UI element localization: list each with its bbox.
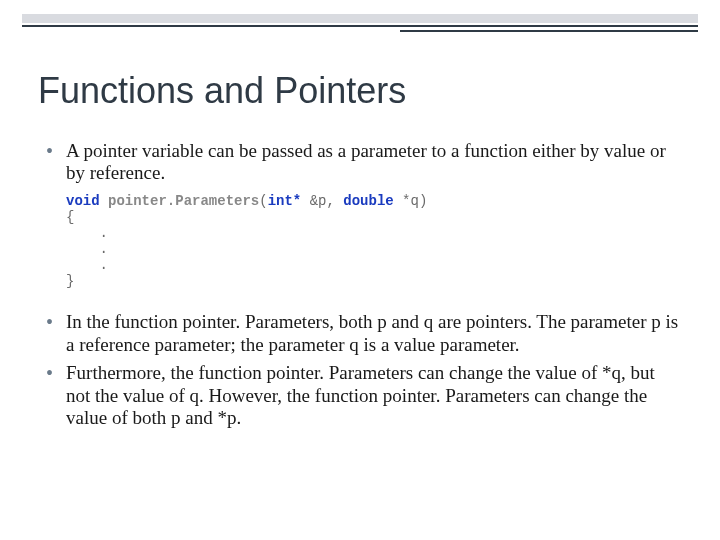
code-text: { (66, 209, 74, 225)
code-text: } (66, 273, 74, 289)
code-text: ( (259, 193, 267, 209)
code-text: . (100, 257, 108, 273)
bullet-item: A pointer variable can be passed as a pa… (38, 140, 680, 185)
code-snippet: void pointer.Parameters(int* &p, double … (66, 193, 680, 290)
slide-title: Functions and Pointers (38, 70, 406, 112)
bullet-list: A pointer variable can be passed as a pa… (38, 140, 680, 185)
bullet-list-2: In the function pointer. Parameters, bot… (38, 311, 680, 429)
bullet-item: Furthermore, the function pointer. Param… (38, 362, 680, 429)
keyword-void: void (66, 193, 100, 209)
code-text: *q) (394, 193, 428, 209)
function-name: pointer.Parameters (108, 193, 259, 209)
keyword-double: double (343, 193, 393, 209)
code-text: . (100, 241, 108, 257)
topbar-accent-pale (22, 14, 698, 23)
bullet-item: In the function pointer. Parameters, bot… (38, 311, 680, 356)
slide-body: A pointer variable can be passed as a pa… (38, 140, 680, 435)
slide-topbar (0, 0, 720, 34)
code-text: &p, (301, 193, 343, 209)
keyword-int-ptr: int* (268, 193, 302, 209)
topbar-rule-1 (22, 25, 698, 27)
topbar-rule-2 (400, 30, 698, 32)
code-text: . (100, 225, 108, 241)
